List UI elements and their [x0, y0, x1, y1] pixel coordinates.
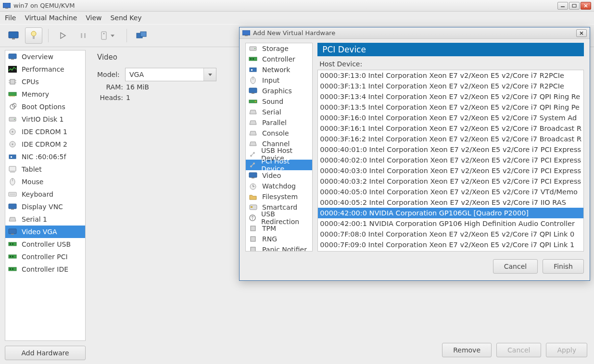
keyboard-icon — [8, 190, 17, 198]
sidebar-item-virtio-disk-1[interactable]: VirtIO Disk 1 — [5, 113, 85, 126]
sidebar-item-tablet[interactable]: Tablet — [5, 163, 85, 176]
menu-file[interactable]: File — [5, 14, 16, 22]
cdrom-icon — [8, 128, 17, 136]
hw-type-storage[interactable]: Storage — [246, 43, 312, 54]
dialog-close-button[interactable] — [576, 29, 587, 37]
pci-device-row[interactable]: 0000:3F:16:2 Intel Corporation Xeon E7 v… — [318, 134, 583, 144]
model-combobox[interactable]: VGA — [125, 68, 216, 81]
dialog-finish-button[interactable]: Finish — [543, 259, 584, 274]
hw-type-rng[interactable]: RNG — [246, 234, 312, 244]
pause-button[interactable] — [75, 27, 92, 44]
hw-type-panic-notifier[interactable]: Panic Notifier — [246, 244, 312, 251]
svg-rect-47 — [9, 204, 16, 209]
svg-rect-51 — [11, 234, 14, 235]
hw-type-serial[interactable]: Serial — [246, 107, 312, 117]
sidebar-item-keyboard[interactable]: Keyboard — [5, 188, 85, 201]
sidebar-item-controller-ide[interactable]: Controller IDE — [5, 263, 85, 276]
pci-device-list[interactable]: 0000:3F:13:0 Intel Corporation Xeon E7 v… — [317, 70, 584, 251]
snapshots-button[interactable] — [133, 27, 150, 44]
hw-type-usb-redirection[interactable]: USB Redirection — [246, 213, 312, 223]
pci-device-row[interactable]: 0000:42:00:0 NVIDIA Corporation GP106GL … — [318, 208, 583, 218]
pci-device-row[interactable]: 0000:3F:13:4 Intel Corporation Xeon E7 v… — [318, 91, 583, 102]
cancel-button[interactable]: Cancel — [496, 343, 541, 357]
pci-device-row[interactable]: 0000:7F:09:0 Intel Corporation Xeon E7 v… — [318, 239, 583, 250]
hw-type-controller[interactable]: Controller — [246, 54, 312, 64]
sidebar-item-label: Video VGA — [22, 228, 57, 236]
svg-rect-38 — [9, 155, 16, 159]
dialog-cancel-button[interactable]: Cancel — [493, 259, 538, 274]
pci-device-row[interactable]: 0000:3F:16:0 Intel Corporation Xeon E7 v… — [318, 113, 583, 123]
console-view-button[interactable] — [5, 27, 22, 44]
usb-icon — [249, 151, 256, 158]
svg-rect-27 — [10, 96, 11, 97]
dialog-panel-title: PCI Device — [317, 43, 584, 56]
sidebar-item-video-vga[interactable]: Video VGA — [5, 226, 85, 238]
pci-device-row[interactable]: 0000:40:03:0 Intel Corporation Xeon E7 v… — [318, 165, 583, 176]
apply-button[interactable]: Apply — [546, 343, 587, 357]
hw-type-console[interactable]: Console — [246, 128, 312, 138]
cpu-icon — [8, 78, 17, 86]
shutdown-button[interactable] — [95, 27, 121, 44]
details-view-button[interactable] — [25, 27, 42, 44]
svg-rect-11 — [81, 33, 82, 38]
sidebar-item-ide-cdrom-1[interactable]: IDE CDROM 1 — [5, 126, 85, 138]
sidebar-item-nic-60-06-5f[interactable]: NIC :60:06:5f — [5, 151, 85, 163]
hw-type-label: Controller — [262, 55, 295, 63]
pci-device-row[interactable]: 0000:3F:13:0 Intel Corporation Xeon E7 v… — [318, 70, 583, 81]
pci-device-row[interactable]: 0000:3F:13:1 Intel Corporation Xeon E7 v… — [318, 81, 583, 91]
host-device-label: Host Device: — [319, 60, 584, 68]
hw-type-input[interactable]: Input — [246, 75, 312, 86]
pci-device-row[interactable]: 0000:40:01:0 Intel Corporation Xeon E7 v… — [318, 144, 583, 155]
usbredir-icon — [249, 214, 256, 222]
run-button[interactable] — [54, 27, 72, 44]
svg-marker-49 — [9, 217, 16, 221]
svg-rect-21 — [10, 79, 15, 84]
hw-type-label: PCI Host Device — [261, 157, 309, 173]
pci-device-row[interactable]: 0000:40:05:2 Intel Corporation Xeon E7 v… — [318, 197, 583, 208]
hw-type-parallel[interactable]: Parallel — [246, 117, 312, 128]
hw-type-watchdog[interactable]: Watchdog — [246, 181, 312, 191]
maximize-button[interactable] — [569, 2, 580, 10]
close-button[interactable] — [581, 2, 591, 10]
pci-device-row[interactable]: 0000:40:02:0 Intel Corporation Xeon E7 v… — [318, 155, 583, 165]
pci-device-row[interactable]: 0000:7F:08:0 Intel Corporation Xeon E7 v… — [318, 229, 583, 239]
sidebar-item-boot-options[interactable]: Boot Options — [5, 100, 85, 113]
tablet-icon — [8, 165, 17, 173]
controller-icon — [8, 265, 17, 273]
minimize-button[interactable] — [557, 2, 568, 10]
heads-label: Heads: — [97, 94, 123, 101]
sidebar-item-cpus[interactable]: CPUs — [5, 75, 85, 88]
pci-device-row[interactable]: 0000:3F:13:5 Intel Corporation Xeon E7 v… — [318, 102, 583, 113]
sidebar-item-controller-usb[interactable]: Controller USB — [5, 238, 85, 251]
svg-rect-1 — [5, 8, 8, 9]
sidebar-item-memory[interactable]: Memory — [5, 88, 85, 100]
sidebar-item-overview[interactable]: Overview — [5, 50, 85, 63]
add-hardware-button[interactable]: Add Hardware — [5, 346, 86, 360]
pci-device-row[interactable]: 0000:40:05:0 Intel Corporation Xeon E7 v… — [318, 187, 583, 197]
svg-line-88 — [251, 163, 254, 166]
svg-point-8 — [31, 31, 36, 36]
svg-rect-90 — [252, 177, 254, 178]
sidebar-item-ide-cdrom-2[interactable]: IDE CDROM 2 — [5, 138, 85, 151]
sidebar-item-controller-pci[interactable]: Controller PCI — [5, 251, 85, 263]
menu-send-key[interactable]: Send Key — [110, 14, 141, 22]
hw-type-filesystem[interactable]: Filesystem — [246, 191, 312, 202]
sidebar-item-display-vnc[interactable]: Display VNC — [5, 201, 85, 213]
hw-type-pci-host-device[interactable]: PCI Host Device — [246, 160, 312, 170]
hardware-type-list[interactable]: StorageControllerNetworkInputGraphicsSou… — [245, 43, 313, 251]
hardware-list[interactable]: OverviewPerformanceCPUsMemoryBoot Option… — [5, 50, 86, 341]
pci-device-row[interactable]: 0000:3F:16:1 Intel Corporation Xeon E7 v… — [318, 123, 583, 134]
svg-point-14 — [103, 33, 104, 34]
menu-virtual-machine[interactable]: Virtual Machine — [25, 14, 77, 22]
hw-type-network[interactable]: Network — [246, 64, 312, 75]
hw-type-sound[interactable]: Sound — [246, 96, 312, 107]
menu-view[interactable]: View — [86, 14, 101, 22]
hw-type-graphics[interactable]: Graphics — [246, 86, 312, 96]
pci-device-row[interactable]: 0000:42:00:1 NVIDIA Corporation GP106 Hi… — [318, 218, 583, 229]
sidebar-item-performance[interactable]: Performance — [5, 63, 85, 75]
pci-device-row[interactable]: 0000:40:03:2 Intel Corporation Xeon E7 v… — [318, 176, 583, 187]
sidebar-item-serial-1[interactable]: Serial 1 — [5, 213, 85, 226]
sidebar-item-label: Performance — [22, 65, 64, 73]
sidebar-item-mouse[interactable]: Mouse — [5, 176, 85, 188]
remove-button[interactable]: Remove — [442, 343, 492, 357]
